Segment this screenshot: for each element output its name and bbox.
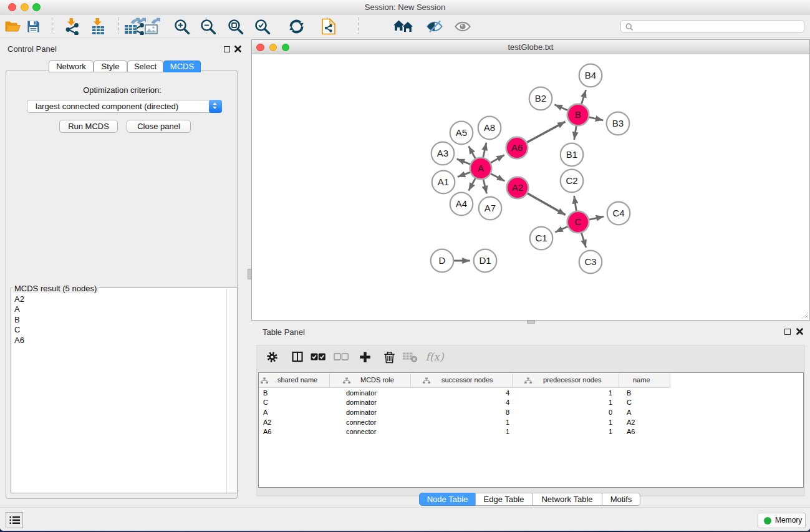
home-layout-icon[interactable]	[393, 17, 414, 35]
memory-label: Memory	[775, 516, 802, 525]
open-folder-icon[interactable]	[4, 17, 21, 35]
bottom-tab-network-table[interactable]: Network Table	[532, 493, 602, 506]
column-header-predecessor-nodes[interactable]: predecessor nodes	[513, 374, 619, 388]
cell-name: B	[627, 389, 672, 399]
zoom-fit-icon[interactable]	[226, 17, 244, 35]
cell-name: A6	[627, 427, 672, 437]
control-tab-network[interactable]: Network	[49, 60, 94, 72]
cell-predecessor-nodes: 1	[513, 398, 612, 408]
bottom-tab-edge-table[interactable]: Edge Table	[475, 493, 533, 506]
cell-successor-nodes: 1	[411, 418, 509, 428]
mcds-result-scrollbar[interactable]	[226, 288, 237, 493]
cell-MCDS-role: connector	[346, 427, 421, 437]
search-input[interactable]	[620, 20, 804, 33]
mcds-result-item[interactable]: A6	[11, 336, 226, 346]
run-mcds-button[interactable]: Run MCDS	[59, 120, 118, 133]
column-header-name[interactable]: name	[619, 374, 670, 388]
export-image-icon[interactable]	[143, 17, 160, 35]
graph-node-label-B2: B2	[535, 93, 546, 104]
memory-button[interactable]: Memory	[758, 513, 806, 528]
main-toolbar	[0, 15, 810, 37]
select-all-columns-icon[interactable]	[309, 348, 327, 365]
add-column-icon[interactable]	[356, 348, 374, 365]
cell-MCDS-role: connector	[346, 418, 421, 428]
zoom-in-icon[interactable]	[173, 17, 190, 35]
graph-node-label-C3: C3	[584, 256, 596, 267]
cell-name: C	[627, 398, 672, 408]
toolbar-separator	[118, 17, 119, 34]
table-panel-close-button[interactable]	[796, 328, 803, 335]
vertical-splitter-handle[interactable]	[248, 269, 252, 279]
import-network-icon[interactable]	[63, 17, 80, 35]
graph-node-label-B1: B1	[566, 149, 577, 160]
bottom-tab-node-table[interactable]: Node Table	[419, 493, 476, 506]
graph-node-label-A1: A1	[438, 177, 449, 187]
close-panel-button[interactable]: Close panel	[127, 120, 191, 133]
mcds-result-item[interactable]: C	[11, 325, 226, 335]
refresh-icon[interactable]	[287, 17, 305, 35]
control-tab-select[interactable]: Select	[127, 60, 163, 72]
network-window-titlebar: testGlobe.txt	[252, 40, 809, 54]
hide-panels-icon[interactable]	[426, 17, 443, 35]
mcds-result-title: MCDS result (5 nodes)	[12, 284, 99, 293]
zoom-selected-icon[interactable]	[253, 17, 271, 35]
graph-node-label-A4: A4	[456, 198, 467, 209]
window-resize-grip[interactable]	[801, 311, 809, 319]
table-panel-float-button[interactable]	[784, 329, 791, 335]
control-tab-style[interactable]: Style	[94, 60, 127, 72]
node-table: shared nameMCDS rolesuccessor nodesprede…	[258, 372, 804, 488]
deselect-all-columns-icon[interactable]	[332, 348, 350, 365]
show-panels-icon[interactable]	[454, 17, 471, 35]
network-window: testGlobe.txt B4B2BB3A5A8A6A3B1AA1C2A2A4…	[251, 39, 810, 321]
clone-network-icon[interactable]	[320, 17, 337, 35]
cell-successor-nodes: 4	[411, 398, 509, 408]
network-window-title: testGlobe.txt	[252, 42, 809, 52]
criterion-dropdown[interactable]: largest connected component (directed)	[27, 100, 222, 113]
graph-node-label-C1: C1	[535, 233, 547, 243]
column-header-shared-name[interactable]: shared name	[259, 374, 330, 388]
mcds-result-item[interactable]: B	[11, 315, 226, 325]
dropdown-spinner-icon[interactable]	[209, 100, 222, 113]
split-columns-icon[interactable]	[289, 348, 306, 365]
delete-table-icon[interactable]	[401, 348, 418, 365]
graph-node-label-B4: B4	[585, 70, 596, 80]
delete-column-icon[interactable]	[380, 348, 398, 365]
mcds-result-list: A2ABCA6	[11, 294, 226, 346]
control-tab-mcds[interactable]: MCDS	[163, 60, 201, 72]
control-panel-title: Control Panel	[7, 44, 57, 54]
graph-node-label-C2: C2	[566, 175, 577, 186]
horizontal-splitter-handle[interactable]	[527, 321, 535, 324]
import-table-icon[interactable]	[89, 17, 107, 35]
control-panel-tabs: NetworkStyleSelectMCDS	[0, 60, 244, 72]
toolbar-separator	[52, 17, 52, 34]
column-header-MCDS-role[interactable]: MCDS role	[330, 374, 411, 388]
bottom-tab-motifs[interactable]: Motifs	[602, 493, 640, 506]
memory-status-icon	[764, 517, 771, 525]
function-builder-icon[interactable]: f(x)	[422, 348, 447, 365]
zoom-out-icon[interactable]	[199, 17, 216, 35]
cell-shared-name: A2	[263, 418, 328, 428]
cell-MCDS-role: dominator	[346, 389, 421, 399]
mcds-result-item[interactable]: A2	[11, 294, 226, 304]
search-icon	[625, 23, 634, 31]
column-header-successor-nodes[interactable]: successor nodes	[411, 374, 513, 388]
graph-node-label-A5: A5	[456, 127, 467, 138]
cell-successor-nodes: 1	[411, 427, 509, 437]
table-panel-title: Table Panel	[263, 327, 305, 337]
cell-MCDS-role: dominator	[346, 398, 421, 408]
settings-gear-icon[interactable]	[263, 348, 281, 365]
control-panel-close-button[interactable]	[234, 46, 241, 52]
cell-name: A2	[627, 418, 672, 428]
graph-node-label-B: B	[575, 109, 581, 120]
cell-predecessor-nodes: 1	[513, 418, 612, 428]
export-table-icon[interactable]	[122, 17, 140, 35]
network-graph[interactable]: B4B2BB3A5A8A6A3B1AA1C2A2A4A7C4CC1C3DD1	[252, 54, 809, 319]
fx-label: f(x)	[425, 351, 443, 363]
mcds-result-item[interactable]: A	[11, 304, 226, 314]
mcds-result-box: A2ABCA6	[11, 288, 238, 493]
cell-predecessor-nodes: 1	[513, 389, 612, 399]
task-history-button[interactable]	[6, 512, 23, 528]
save-session-icon[interactable]	[24, 17, 42, 35]
control-panel-float-button[interactable]	[224, 46, 230, 52]
mcds-panel: Optimization criterion: largest connecte…	[6, 70, 238, 499]
